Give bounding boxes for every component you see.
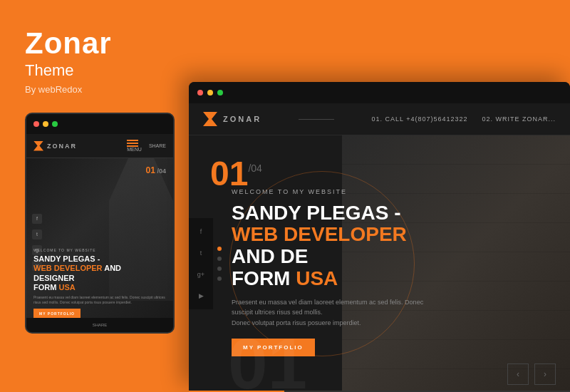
hero-heading: SANDY PLEGAS - WEB DEVELOPER AND DEFORM …: [232, 202, 428, 290]
hero-dot-4[interactable]: [217, 277, 222, 281]
menu-label: MENU: [127, 147, 142, 152]
brand-author: By webRedox: [25, 84, 82, 95]
mobile-heading-white1: SANDY PLEGAS -: [33, 254, 100, 263]
hero-social-twitter-icon[interactable]: t: [195, 247, 207, 259]
hamburger-line: [127, 140, 138, 141]
mobile-top-bar: [26, 114, 173, 134]
desktop-nav-divider: [299, 119, 334, 120]
mobile-nav-right: MENU SHARE: [127, 140, 166, 152]
mobile-heading-white3: FORM: [33, 283, 58, 292]
hero-dot-2[interactable]: [217, 257, 222, 261]
dot-yellow: [207, 90, 213, 96]
mobile-slide-indicator: 01 /04: [146, 165, 166, 175]
dot-green: [52, 121, 58, 127]
hero-social-facebook-icon[interactable]: f: [195, 225, 207, 238]
hamburger-icon: [127, 140, 142, 147]
zonar-icon-small: [33, 141, 43, 151]
mobile-slide-num: 01: [146, 165, 155, 175]
desktop-contact2: 02. WRITE ZONAR...: [482, 115, 556, 123]
dot-red: [33, 121, 39, 127]
mobile-heading-orange: WEB DEVELOPER: [33, 264, 103, 272]
hero-large-bg-number: 01: [228, 328, 307, 392]
mobile-social-facebook: f: [32, 214, 42, 224]
hero-slide-num: 01: [210, 155, 248, 192]
left-panel: Zonar Theme By webRedox ZONAR: [0, 0, 189, 392]
hero-dot-nav: [217, 247, 222, 281]
mobile-content: WELCOME TO MY WEBSITE SANDY PLEGAS - WEB…: [33, 248, 170, 319]
mobile-cta-button[interactable]: MY PORTFOLIO: [33, 309, 81, 319]
mobile-social-twitter: t: [32, 229, 42, 239]
desktop-nav: ZONAR 01. CALL +4(807)56412322 02. WRITE…: [189, 103, 570, 135]
zonar-logo-icon: [203, 112, 217, 126]
hero-slide-indicator: 01 /04: [210, 157, 262, 191]
dot-yellow: [43, 121, 48, 127]
mobile-nav: ZONAR MENU SHARE: [26, 134, 173, 158]
hero-heading-white1: SANDY PLEGAS -: [232, 202, 401, 224]
mobile-bottom-bar: SHARE: [26, 318, 173, 332]
mobile-welcome-text: WELCOME TO MY WEBSITE: [33, 248, 170, 252]
dot-red: [197, 90, 203, 96]
hero-social-youtube-icon[interactable]: ▶: [195, 289, 207, 302]
mobile-slide-total: 04: [159, 167, 166, 175]
mobile-heading-usa: USA: [58, 283, 75, 292]
mobile-paragraph: Praesent eu massa vel diam laoreet eleme…: [33, 295, 170, 304]
hero-next-arrow[interactable]: ›: [534, 363, 556, 385]
hero-arrows: ‹ ›: [507, 363, 556, 385]
hamburger-menu[interactable]: MENU: [127, 140, 142, 152]
desktop-logo-area: ZONAR: [203, 112, 261, 126]
desktop-hero: 01 /04 f t g+ ▶ WELCOME TO MY WEBSITE SA…: [189, 135, 570, 392]
mobile-share-label: SHARE: [149, 143, 166, 148]
mobile-hero: 01 /04 f t g y WELCOME TO MY WEBSITE SAN…: [26, 158, 173, 326]
desktop-nav-right: 01. CALL +4(807)56412322 02. WRITE ZONAR…: [371, 115, 556, 123]
hero-welcome-text: WELCOME TO MY WEBSITE: [232, 188, 428, 195]
hero-dot-1[interactable]: [217, 247, 222, 251]
mobile-logo-area: ZONAR: [33, 141, 77, 151]
desktop-logo-text: ZONAR: [223, 115, 261, 123]
mobile-mockup: ZONAR MENU SHARE 01 /04: [25, 113, 175, 334]
hero-social-sidebar: f t g+ ▶: [189, 218, 213, 309]
hero-heading-usa: USA: [296, 267, 338, 289]
hero-social-google-icon[interactable]: g+: [195, 268, 207, 281]
mobile-bottom-share: SHARE: [93, 323, 108, 327]
desktop-top-bar: [189, 82, 570, 103]
mobile-heading: SANDY PLEGAS - WEB DEVELOPER ANDDESIGNER…: [33, 254, 170, 292]
brand-title: Zonar: [25, 29, 112, 58]
hero-para-line1: Praesent eu massa vel diam laoreet eleme…: [232, 299, 423, 316]
hero-prev-arrow[interactable]: ‹: [507, 363, 529, 385]
dot-green: [217, 90, 223, 96]
hamburger-line: [127, 143, 138, 144]
desktop-contact1: 01. CALL +4(807)56412322: [371, 115, 467, 123]
mobile-logo-text: ZONAR: [47, 143, 77, 150]
hero-heading-orange: WEB DEVELOPER: [232, 223, 407, 245]
desktop-mockup: ZONAR 01. CALL +4(807)56412322 02. WRITE…: [189, 82, 570, 392]
hero-slide-total: /04: [248, 163, 261, 174]
hero-dot-3[interactable]: [217, 267, 222, 271]
brand-subtitle: Theme: [25, 61, 73, 80]
